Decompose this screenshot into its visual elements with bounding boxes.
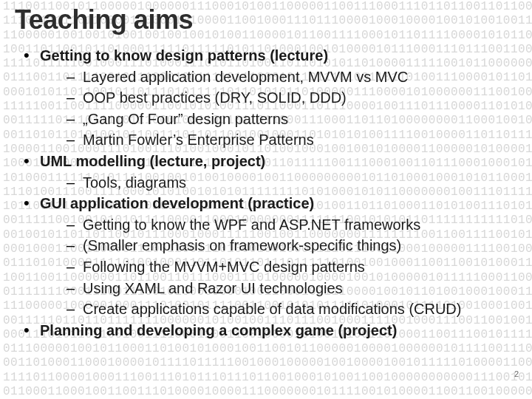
bullet-item: Getting to know design patterns (lecture… — [22, 46, 517, 150]
sub-item: Create applications capable of data modi… — [66, 299, 517, 319]
sub-item: Following the MVVM+MVC design patterns — [66, 257, 517, 277]
sub-item: Getting to know the WPF and ASP.NET fram… — [66, 215, 517, 235]
bullet-label: GUI application development — [40, 195, 244, 211]
bullet-item: GUI application development (practice) G… — [22, 194, 517, 319]
bullet-item: UML modelling (lecture, project) Tools, … — [22, 151, 517, 192]
sub-item: Layered application development, MVVM vs… — [66, 67, 517, 87]
bullet-label: UML modelling (lecture, project) — [40, 153, 265, 169]
page-number: 2 — [514, 369, 519, 378]
sub-item: Tools, diagrams — [66, 173, 517, 193]
sub-list: Getting to know the WPF and ASP.NET fram… — [40, 215, 517, 319]
bullet-kind: (practice) — [248, 195, 314, 211]
sub-list: Layered application development, MVVM vs… — [40, 67, 517, 150]
bullet-kind: (lecture) — [270, 47, 328, 64]
slide-title: Teaching aims — [15, 0, 517, 35]
slide-content: Teaching aims Getting to know design pat… — [0, 0, 532, 399]
bullet-label: Planning and developing a complex — [40, 322, 291, 338]
sub-item: „Gang Of Four” design patterns — [66, 109, 517, 129]
bullet-list: Getting to know design patterns (lecture… — [15, 46, 517, 340]
sub-item: (Smaller emphasis on framework-specific … — [66, 236, 517, 256]
bullet-kind: game (project) — [296, 322, 398, 338]
bullet-label: Getting to know design patterns — [40, 47, 266, 64]
sub-item: OOP best practices (DRY, SOLID, DDD) — [66, 88, 517, 108]
sub-item: Using XAML and Razor UI technologies — [66, 279, 517, 299]
sub-list: Tools, diagrams — [40, 173, 517, 193]
sub-item: Martin Fowler’s Enterprise Patterns — [66, 130, 517, 150]
bullet-item: Planning and developing a complex game (… — [22, 321, 517, 341]
